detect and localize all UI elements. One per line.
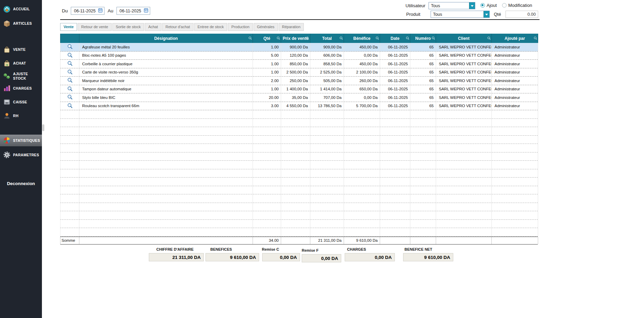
empty-row: [60, 161, 538, 169]
sidebar-item-achat[interactable]: ACHAT: [0, 58, 42, 69]
empty-row: [60, 186, 538, 195]
column-search-icon[interactable]: [376, 36, 379, 41]
table-row[interactable]: Carte de visite recto-verso 350g1.002 50…: [60, 68, 538, 77]
cell-designation: Marqueur indélébile noir: [79, 77, 253, 85]
cell-numero: 65: [410, 52, 436, 60]
cell-benefice: 5 700,00 Da: [344, 102, 380, 110]
from-date-input[interactable]: 06-11-2025: [71, 7, 104, 15]
column-search-icon[interactable]: [406, 36, 409, 41]
search-icon[interactable]: [67, 69, 73, 76]
cell-qte: 5.00: [253, 52, 281, 60]
tab-achat[interactable]: Achat: [145, 23, 161, 31]
vente-icon: [3, 46, 11, 54]
column-header-benefice[interactable]: Bénéfice: [344, 34, 380, 43]
column-search-icon[interactable]: [340, 36, 343, 41]
column-search-icon[interactable]: [487, 36, 491, 41]
search-icon[interactable]: [67, 52, 73, 59]
summary-label-benefice-net: BENEFICE NET: [404, 247, 432, 251]
tab-production[interactable]: Production: [228, 23, 253, 31]
radio-ajout-control[interactable]: [480, 3, 485, 8]
column-label: Numéro: [415, 36, 431, 41]
tab-vente[interactable]: Vente: [60, 23, 77, 31]
column-search-icon[interactable]: [306, 36, 309, 41]
tab-reparation[interactable]: Réparation: [279, 23, 304, 31]
search-icon[interactable]: [67, 103, 73, 109]
empty-row: [60, 127, 538, 136]
row-search-cell: [60, 68, 79, 77]
stats-icon: [3, 137, 11, 144]
sidebar-item-vente[interactable]: VENTE: [0, 44, 42, 56]
cell-designation: Stylo bille bleu BIC: [79, 93, 253, 102]
empty-row: [60, 136, 538, 144]
radio-ajout[interactable]: Ajout: [480, 3, 497, 8]
sidebar-item-accueil[interactable]: ACCUEIL: [0, 3, 42, 15]
chevron-down-icon[interactable]: [484, 11, 489, 18]
cell-ajoute-par: Administrateur: [492, 52, 538, 60]
sidebar-item-rh[interactable]: RH: [0, 110, 42, 122]
search-icon[interactable]: [67, 86, 73, 92]
tab-sortie-de-stock[interactable]: Sortie de stock: [112, 23, 144, 31]
table-row[interactable]: Marqueur indélébile noir2.00250,00 Da505…: [60, 77, 538, 85]
cell-ajoute-par: Administrateur: [492, 43, 538, 51]
ajuste-icon: [3, 72, 11, 80]
column-label: Désignation: [154, 36, 178, 41]
sidebar-item-charges[interactable]: CHARGES: [0, 82, 42, 94]
column-search-icon[interactable]: [277, 36, 280, 41]
sidebar-item-parametres[interactable]: PARAMETRES: [0, 149, 42, 161]
column-search-icon[interactable]: [248, 36, 252, 41]
scrollbar-thumb[interactable]: [42, 124, 44, 131]
articles-icon: [3, 20, 11, 27]
column-search-icon[interactable]: [432, 36, 435, 41]
search-icon[interactable]: [67, 60, 73, 67]
table-row[interactable]: Bloc-notes A5 100 pages5.00120,00 Da606,…: [60, 52, 538, 60]
calendar-icon[interactable]: [98, 8, 103, 14]
column-header-qte[interactable]: Qté: [253, 34, 281, 43]
table-row[interactable]: Corbeille à courrier plastique1.00850,00…: [60, 60, 538, 68]
empty-row: [60, 228, 538, 237]
sum-cell: 34.00: [253, 237, 281, 244]
sum-cell: 9 610,00 Da: [344, 237, 380, 244]
sum-cell: [410, 237, 436, 244]
cell-designation: Carte de visite recto-verso 350g: [79, 68, 253, 77]
column-header-ajoute-par[interactable]: Ajouté par: [492, 34, 538, 43]
calendar-icon[interactable]: [144, 8, 148, 14]
chevron-down-icon[interactable]: [469, 2, 475, 9]
table-row[interactable]: Agrafeuse métal 20 feuilles1.00900,00 Da…: [60, 43, 538, 52]
sidebar-item-statistiques[interactable]: STATISTIQUES: [0, 135, 42, 146]
summary-value-benefices: 9 610,00 DA: [206, 253, 259, 261]
product-select[interactable]: Tous: [431, 11, 490, 18]
tab-retour-de-vente[interactable]: Retour de vente: [78, 23, 111, 31]
column-header-prix-de-vente[interactable]: Prix de vente: [281, 34, 310, 43]
sidebar-item-label: AJUSTE STOCK: [13, 72, 38, 81]
table-row[interactable]: Stylo bille bleu BIC20.0035,00 Da707,00 …: [60, 93, 538, 102]
column-label: Client: [458, 36, 469, 41]
tab-entree-de-stock[interactable]: Entree de stock: [194, 23, 227, 31]
qty-input[interactable]: 0.00: [506, 11, 538, 18]
table-row[interactable]: Tampon dateur automatique1.001 400,00 Da…: [60, 85, 538, 94]
search-icon[interactable]: [67, 94, 73, 101]
radio-modification-control[interactable]: [502, 3, 507, 8]
column-header-client[interactable]: Client: [436, 34, 492, 43]
row-search-cell: [60, 102, 79, 110]
sidebar-item-articles[interactable]: ARTICLES: [0, 18, 42, 30]
logout-button[interactable]: Deconnexion: [0, 181, 42, 186]
to-date-input[interactable]: 06-11-2025: [116, 7, 150, 15]
column-header-total[interactable]: Total: [310, 34, 344, 43]
cell-prix-de-vente: 35,00 Da: [281, 93, 310, 102]
sidebar-item-label: ACHAT: [13, 61, 26, 66]
search-icon[interactable]: [67, 77, 73, 84]
sidebar-item-ajuste-stock[interactable]: AJUSTE STOCK: [0, 70, 42, 82]
summary-label-remise-f: Remise F: [302, 248, 319, 252]
column-header-numero[interactable]: Numéro: [410, 34, 436, 43]
radio-modification[interactable]: Modification: [502, 3, 532, 8]
tab-retour-d-achat[interactable]: Retour d'achat: [162, 23, 193, 31]
tab-generales[interactable]: Générales: [254, 23, 278, 31]
column-header-date[interactable]: Date: [380, 34, 410, 43]
column-header-designation[interactable]: Désignation: [79, 34, 253, 43]
table-row[interactable]: Rouleau scotch transparent 66m3.004 550,…: [60, 102, 538, 111]
sidebar-item-caisse[interactable]: CAISSE: [0, 96, 42, 108]
search-icon[interactable]: [67, 44, 73, 50]
qty-filter-label: Qté: [494, 12, 501, 17]
column-search-icon[interactable]: [534, 36, 537, 41]
user-select[interactable]: Tous: [429, 2, 475, 9]
